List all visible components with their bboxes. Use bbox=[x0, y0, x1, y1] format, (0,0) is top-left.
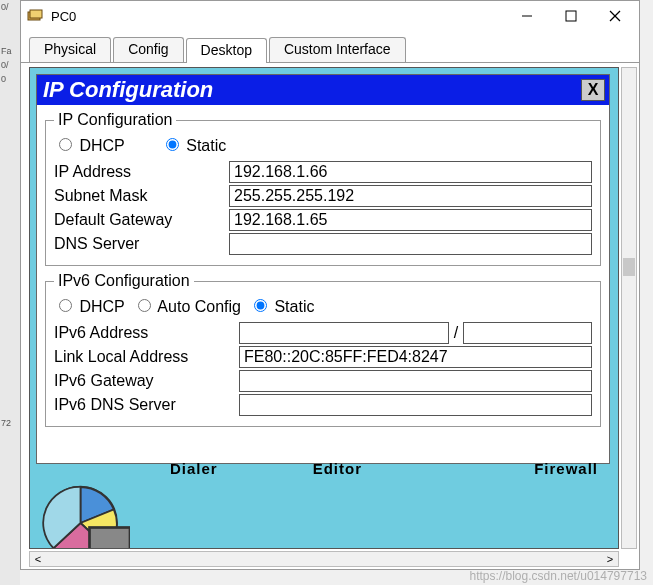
tab-config[interactable]: Config bbox=[113, 37, 183, 62]
vertical-scrollbar[interactable] bbox=[621, 67, 637, 549]
ipv6-dhcp-radio[interactable] bbox=[59, 299, 72, 312]
ipv4-legend: IP Configuration bbox=[54, 111, 176, 129]
desktop-apps-strip: Dialer Editor Firewall bbox=[30, 460, 618, 548]
svg-rect-1 bbox=[30, 10, 42, 18]
ipv6-prefix-input[interactable] bbox=[463, 322, 592, 344]
ipv6-dns-input[interactable] bbox=[239, 394, 592, 416]
dns-input[interactable] bbox=[229, 233, 592, 255]
ip-config-close-button[interactable]: X bbox=[581, 79, 605, 101]
ipv6-fieldset: IPv6 Configuration DHCP Auto Config Stat… bbox=[45, 272, 601, 427]
ipv6-address-label: IPv6 Address bbox=[54, 324, 239, 342]
minimize-button[interactable] bbox=[505, 2, 549, 30]
ip-config-titlebar[interactable]: IP Configuration X bbox=[37, 75, 609, 105]
background-edge: 0/ Fa 0/ 0 72 bbox=[0, 0, 20, 585]
dns-label: DNS Server bbox=[54, 235, 229, 253]
firewall-label: Firewall bbox=[455, 460, 598, 477]
ipv6-auto-option[interactable]: Auto Config bbox=[133, 296, 241, 316]
gateway-label: Default Gateway bbox=[54, 211, 229, 229]
ip-config-window: IP Configuration X IP Configuration DHCP… bbox=[36, 74, 610, 464]
subnet-mask-label: Subnet Mask bbox=[54, 187, 229, 205]
window-title: PC0 bbox=[51, 9, 505, 24]
app-window: PC0 Physical Config Desktop Custom Inter… bbox=[20, 0, 640, 570]
dialer-label: Dialer bbox=[170, 460, 313, 477]
ipv6-gateway-label: IPv6 Gateway bbox=[54, 372, 239, 390]
svg-rect-3 bbox=[566, 11, 576, 21]
titlebar[interactable]: PC0 bbox=[21, 1, 639, 31]
ip-address-input[interactable] bbox=[229, 161, 592, 183]
tab-custom[interactable]: Custom Interface bbox=[269, 37, 406, 62]
tab-desktop[interactable]: Desktop bbox=[186, 38, 267, 63]
ipv6-static-radio[interactable] bbox=[254, 299, 267, 312]
ipv6-dhcp-option[interactable]: DHCP bbox=[54, 296, 125, 316]
close-button[interactable] bbox=[593, 2, 637, 30]
horizontal-scrollbar[interactable]: < > bbox=[29, 551, 619, 567]
desktop-panel: IP Configuration X IP Configuration DHCP… bbox=[29, 67, 619, 549]
editor-label: Editor bbox=[313, 460, 456, 477]
ipv4-dhcp-option[interactable]: DHCP bbox=[54, 135, 125, 155]
ipv4-fieldset: IP Configuration DHCP Static IP Address … bbox=[45, 111, 601, 266]
link-local-label: Link Local Address bbox=[54, 348, 239, 366]
ip-address-label: IP Address bbox=[54, 163, 229, 181]
link-local-input[interactable] bbox=[239, 346, 592, 368]
scrollbar-thumb[interactable] bbox=[623, 258, 635, 276]
ipv6-dns-label: IPv6 DNS Server bbox=[54, 396, 239, 414]
ipv4-static-option[interactable]: Static bbox=[161, 135, 226, 155]
ipv4-dhcp-radio[interactable] bbox=[59, 138, 72, 151]
ip-config-title: IP Configuration bbox=[43, 77, 581, 103]
ipv6-gateway-input[interactable] bbox=[239, 370, 592, 392]
gateway-input[interactable] bbox=[229, 209, 592, 231]
ipv6-static-option[interactable]: Static bbox=[249, 296, 314, 316]
maximize-button[interactable] bbox=[549, 2, 593, 30]
ipv6-auto-radio[interactable] bbox=[138, 299, 151, 312]
svg-rect-7 bbox=[90, 528, 131, 550]
traffic-generator-icon[interactable] bbox=[40, 478, 130, 549]
scroll-left-arrow[interactable]: < bbox=[32, 553, 44, 565]
ipv6-legend: IPv6 Configuration bbox=[54, 272, 194, 290]
watermark: https://blog.csdn.net/u014797713 bbox=[470, 569, 647, 583]
ipv6-address-input[interactable] bbox=[239, 322, 449, 344]
main-tabs: Physical Config Desktop Custom Interface bbox=[21, 37, 639, 63]
subnet-mask-input[interactable] bbox=[229, 185, 592, 207]
scroll-right-arrow[interactable]: > bbox=[604, 553, 616, 565]
prefix-slash: / bbox=[449, 324, 463, 342]
pc-icon bbox=[27, 9, 45, 23]
ipv4-static-radio[interactable] bbox=[166, 138, 179, 151]
tab-physical[interactable]: Physical bbox=[29, 37, 111, 62]
